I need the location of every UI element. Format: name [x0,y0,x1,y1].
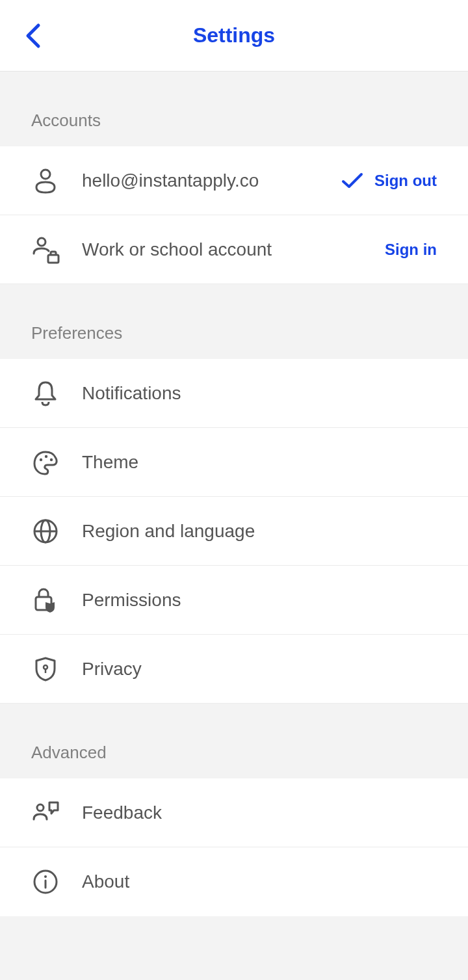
section-header-preferences: Preferences [0,284,468,359]
about-label: About [82,871,437,892]
settings-header: Settings [0,0,468,72]
lock-shield-icon [31,586,60,615]
region-label: Region and language [82,521,437,542]
account-email-label: hello@instantapply.co [82,170,341,191]
svg-point-3 [40,458,42,460]
permissions-label: Permissions [82,590,437,611]
sign-in-button[interactable]: Sign in [385,241,437,259]
work-school-label: Work or school account [82,239,385,260]
svg-point-14 [44,875,47,878]
person-briefcase-icon [31,235,60,264]
account-row-work[interactable]: Work or school account Sign in [0,215,468,284]
row-notifications[interactable]: Notifications [0,359,468,428]
globe-icon [31,517,60,546]
shield-icon [31,655,60,683]
svg-point-1 [38,238,46,246]
row-privacy[interactable]: Privacy [0,635,468,704]
page-title: Settings [193,23,275,47]
svg-point-10 [44,665,47,669]
row-feedback[interactable]: Feedback [0,778,468,847]
person-icon [31,166,60,195]
svg-point-5 [50,458,53,460]
palette-icon [31,448,60,477]
theme-label: Theme [82,452,437,473]
check-icon [341,172,364,190]
section-header-advanced: Advanced [0,704,468,778]
row-theme[interactable]: Theme [0,428,468,497]
row-region[interactable]: Region and language [0,497,468,566]
info-icon [31,867,60,896]
privacy-label: Privacy [82,659,437,680]
feedback-icon [31,799,60,827]
svg-point-0 [41,170,50,179]
sign-out-button[interactable]: Sign out [374,172,437,190]
back-button[interactable] [20,21,48,50]
feedback-label: Feedback [82,802,437,823]
svg-rect-2 [48,255,58,263]
bell-icon [31,379,60,408]
svg-point-12 [37,804,44,811]
row-permissions[interactable]: Permissions [0,566,468,635]
row-about[interactable]: About [0,847,468,916]
section-header-accounts: Accounts [0,72,468,146]
chevron-left-icon [24,23,44,49]
svg-point-4 [45,455,47,457]
notifications-label: Notifications [82,383,437,404]
account-row-personal[interactable]: hello@instantapply.co Sign out [0,146,468,215]
